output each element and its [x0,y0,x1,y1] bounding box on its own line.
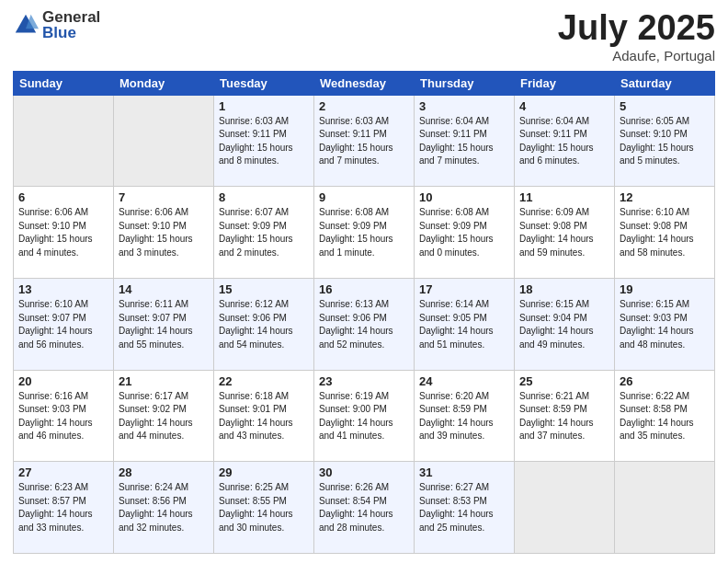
day-number: 9 [319,190,409,204]
day-info: Sunrise: 6:19 AM Sunset: 9:00 PM Dayligh… [319,390,409,443]
day-cell: 14Sunrise: 6:11 AM Sunset: 9:07 PM Dayli… [114,279,214,371]
day-info: Sunrise: 6:21 AM Sunset: 8:59 PM Dayligh… [519,390,609,443]
day-info: Sunrise: 6:06 AM Sunset: 9:10 PM Dayligh… [18,206,108,259]
day-info: Sunrise: 6:23 AM Sunset: 8:57 PM Dayligh… [18,481,108,534]
logo-text: General Blue [42,9,100,40]
day-number: 19 [620,282,710,296]
day-info: Sunrise: 6:26 AM Sunset: 8:54 PM Dayligh… [319,481,409,534]
week-row-5: 27Sunrise: 6:23 AM Sunset: 8:57 PM Dayli… [14,462,715,554]
day-number: 27 [18,465,108,479]
day-number: 13 [18,282,108,296]
day-header-sunday: Sunday [14,71,114,95]
day-info: Sunrise: 6:25 AM Sunset: 8:55 PM Dayligh… [219,481,309,534]
day-number: 4 [519,99,609,113]
logo-blue: Blue [42,25,100,40]
day-info: Sunrise: 6:27 AM Sunset: 8:53 PM Dayligh… [419,481,509,534]
day-cell: 23Sunrise: 6:19 AM Sunset: 9:00 PM Dayli… [314,370,415,462]
day-number: 11 [519,190,609,204]
day-info: Sunrise: 6:03 AM Sunset: 9:11 PM Dayligh… [319,115,409,168]
day-info: Sunrise: 6:11 AM Sunset: 9:07 PM Dayligh… [119,298,209,351]
day-cell: 5Sunrise: 6:05 AM Sunset: 9:10 PM Daylig… [615,95,715,187]
day-number: 21 [119,374,209,388]
week-row-3: 13Sunrise: 6:10 AM Sunset: 9:07 PM Dayli… [14,279,715,371]
day-info: Sunrise: 6:24 AM Sunset: 8:56 PM Dayligh… [119,481,209,534]
day-cell [515,462,615,554]
day-number: 22 [219,374,309,388]
day-cell: 6Sunrise: 6:06 AM Sunset: 9:10 PM Daylig… [14,187,114,279]
day-number: 3 [419,99,509,113]
day-info: Sunrise: 6:15 AM Sunset: 9:04 PM Dayligh… [519,298,609,351]
day-cell: 28Sunrise: 6:24 AM Sunset: 8:56 PM Dayli… [114,462,214,554]
day-cell: 15Sunrise: 6:12 AM Sunset: 9:06 PM Dayli… [214,279,314,371]
day-cell: 9Sunrise: 6:08 AM Sunset: 9:09 PM Daylig… [314,187,415,279]
day-number: 5 [620,99,710,113]
day-cell: 7Sunrise: 6:06 AM Sunset: 9:10 PM Daylig… [114,187,214,279]
week-row-4: 20Sunrise: 6:16 AM Sunset: 9:03 PM Dayli… [14,370,715,462]
title-location: Adaufe, Portugal [558,48,715,63]
day-number: 18 [519,282,609,296]
day-number: 30 [319,465,409,479]
day-info: Sunrise: 6:06 AM Sunset: 9:10 PM Dayligh… [119,206,209,259]
day-number: 6 [18,190,108,204]
day-cell: 3Sunrise: 6:04 AM Sunset: 9:11 PM Daylig… [415,95,515,187]
day-cell: 26Sunrise: 6:22 AM Sunset: 8:58 PM Dayli… [615,370,715,462]
day-number: 20 [18,374,108,388]
day-number: 2 [319,99,409,113]
day-cell: 17Sunrise: 6:14 AM Sunset: 9:05 PM Dayli… [415,279,515,371]
day-info: Sunrise: 6:12 AM Sunset: 9:06 PM Dayligh… [219,298,309,351]
day-cell: 11Sunrise: 6:09 AM Sunset: 9:08 PM Dayli… [515,187,615,279]
day-cell: 8Sunrise: 6:07 AM Sunset: 9:09 PM Daylig… [214,187,314,279]
day-number: 31 [419,465,509,479]
day-info: Sunrise: 6:04 AM Sunset: 9:11 PM Dayligh… [419,115,509,168]
week-row-2: 6Sunrise: 6:06 AM Sunset: 9:10 PM Daylig… [14,187,715,279]
day-header-friday: Friday [515,71,615,95]
day-cell: 22Sunrise: 6:18 AM Sunset: 9:01 PM Dayli… [214,370,314,462]
header-row: SundayMondayTuesdayWednesdayThursdayFrid… [14,71,715,95]
day-info: Sunrise: 6:22 AM Sunset: 8:58 PM Dayligh… [620,390,710,443]
day-info: Sunrise: 6:04 AM Sunset: 9:11 PM Dayligh… [519,115,609,168]
day-cell: 2Sunrise: 6:03 AM Sunset: 9:11 PM Daylig… [314,95,415,187]
day-cell: 10Sunrise: 6:08 AM Sunset: 9:09 PM Dayli… [415,187,515,279]
day-number: 26 [620,374,710,388]
day-header-saturday: Saturday [615,71,715,95]
day-cell: 30Sunrise: 6:26 AM Sunset: 8:54 PM Dayli… [314,462,415,554]
day-cell: 19Sunrise: 6:15 AM Sunset: 9:03 PM Dayli… [615,279,715,371]
day-header-wednesday: Wednesday [314,71,415,95]
day-number: 29 [219,465,309,479]
week-row-1: 1Sunrise: 6:03 AM Sunset: 9:11 PM Daylig… [14,95,715,187]
day-number: 24 [419,374,509,388]
day-number: 12 [620,190,710,204]
day-cell: 4Sunrise: 6:04 AM Sunset: 9:11 PM Daylig… [515,95,615,187]
day-number: 25 [519,374,609,388]
day-cell: 16Sunrise: 6:13 AM Sunset: 9:06 PM Dayli… [314,279,415,371]
day-number: 10 [419,190,509,204]
day-number: 1 [219,99,309,113]
day-cell [114,95,214,187]
day-info: Sunrise: 6:07 AM Sunset: 9:09 PM Dayligh… [219,206,309,259]
day-number: 15 [219,282,309,296]
title-block: July 2025 Adaufe, Portugal [558,9,715,63]
page: General Blue July 2025 Adaufe, Portugal … [0,0,728,563]
day-cell: 29Sunrise: 6:25 AM Sunset: 8:55 PM Dayli… [214,462,314,554]
day-header-thursday: Thursday [415,71,515,95]
day-info: Sunrise: 6:10 AM Sunset: 9:07 PM Dayligh… [18,298,108,351]
day-info: Sunrise: 6:18 AM Sunset: 9:01 PM Dayligh… [219,390,309,443]
day-info: Sunrise: 6:03 AM Sunset: 9:11 PM Dayligh… [219,115,309,168]
day-info: Sunrise: 6:15 AM Sunset: 9:03 PM Dayligh… [620,298,710,351]
day-header-tuesday: Tuesday [214,71,314,95]
day-cell: 21Sunrise: 6:17 AM Sunset: 9:02 PM Dayli… [114,370,214,462]
logo-icon [13,12,39,38]
day-cell [615,462,715,554]
day-cell: 24Sunrise: 6:20 AM Sunset: 8:59 PM Dayli… [415,370,515,462]
day-number: 16 [319,282,409,296]
day-cell: 31Sunrise: 6:27 AM Sunset: 8:53 PM Dayli… [415,462,515,554]
day-info: Sunrise: 6:09 AM Sunset: 9:08 PM Dayligh… [519,206,609,259]
day-info: Sunrise: 6:10 AM Sunset: 9:08 PM Dayligh… [620,206,710,259]
day-number: 8 [219,190,309,204]
day-info: Sunrise: 6:08 AM Sunset: 9:09 PM Dayligh… [319,206,409,259]
day-info: Sunrise: 6:17 AM Sunset: 9:02 PM Dayligh… [119,390,209,443]
day-cell: 13Sunrise: 6:10 AM Sunset: 9:07 PM Dayli… [14,279,114,371]
day-number: 28 [119,465,209,479]
title-month: July 2025 [558,9,715,48]
day-number: 7 [119,190,209,204]
